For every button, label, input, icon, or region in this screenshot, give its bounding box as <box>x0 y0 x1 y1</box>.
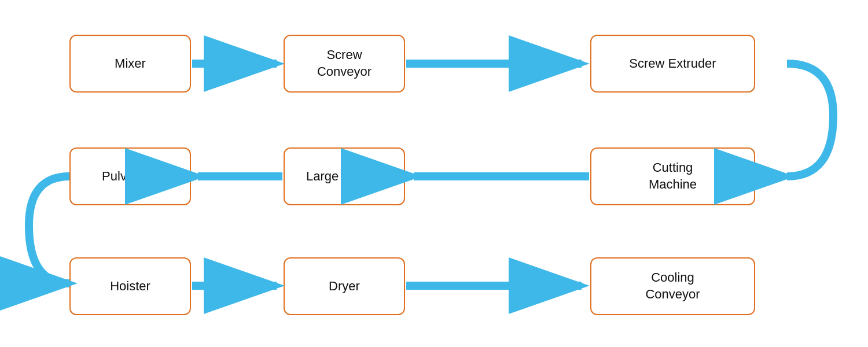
box-hoister: Hoister <box>69 257 191 315</box>
box-mixer: Mixer <box>69 35 191 93</box>
screw-extruder-label: Screw Extruder <box>629 56 716 72</box>
box-screw-conveyor: ScrewConveyor <box>284 35 405 93</box>
mixer-label: Mixer <box>115 56 146 72</box>
large-hoister-label: Large Hoister <box>306 168 382 185</box>
box-dryer: Dryer <box>284 257 405 315</box>
process-diagram: Mixer ScrewConveyor Screw Extruder Pulve… <box>0 0 868 347</box>
box-pulverizer: Pulverizer <box>69 147 191 205</box>
hoister-label: Hoister <box>110 278 150 295</box>
arrow-pulverizer-to-hoister <box>29 176 69 283</box>
box-cooling-conveyor: CoolingConveyor <box>590 257 755 315</box>
box-cutting-machine: CuttingMachine <box>590 147 755 205</box>
box-screw-extruder: Screw Extruder <box>590 35 755 93</box>
box-large-hoister: Large Hoister <box>284 147 405 205</box>
screw-conveyor-label: ScrewConveyor <box>317 47 372 80</box>
pulverizer-label: Pulverizer <box>102 168 159 185</box>
cooling-conveyor-label: CoolingConveyor <box>645 270 700 302</box>
arrow-extruder-to-cutting <box>787 64 833 176</box>
cutting-machine-label: CuttingMachine <box>649 160 697 193</box>
dryer-label: Dryer <box>329 278 360 295</box>
